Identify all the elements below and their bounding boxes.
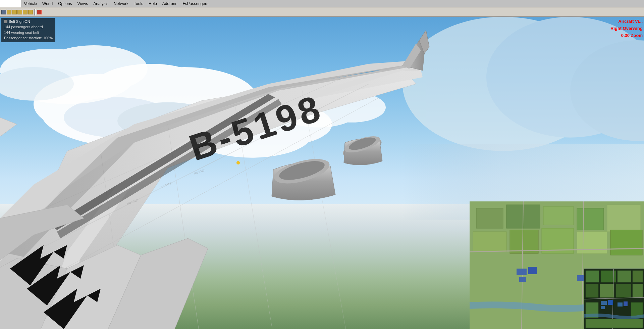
svg-rect-71 (624, 301, 628, 306)
toolbar-btn-4[interactable] (17, 10, 22, 14)
toolbar-btn-6[interactable] (28, 10, 33, 14)
menu-analysis[interactable]: Analysis (91, 0, 111, 7)
toolbar-close-btn[interactable] (37, 10, 42, 14)
svg-rect-68 (608, 300, 613, 305)
minimap (584, 269, 644, 329)
svg-rect-60 (633, 271, 643, 282)
svg-text:NO STEP: NO STEP (194, 168, 206, 175)
svg-rect-57 (586, 271, 599, 282)
svg-rect-62 (600, 284, 614, 297)
menu-vehicle[interactable]: Vehicle (21, 0, 40, 7)
menu-tools[interactable]: Tools (131, 0, 146, 7)
menu-help[interactable]: Help (146, 0, 160, 7)
camera-label: Right Overwing (610, 25, 643, 32)
menu-options[interactable]: Options (55, 0, 74, 7)
svg-rect-61 (586, 284, 598, 297)
svg-rect-69 (601, 306, 605, 309)
toolbar-btn-2[interactable] (7, 10, 11, 14)
menubar: Scenario Vehicle World Options Views Ana… (0, 0, 644, 7)
svg-point-52 (236, 161, 240, 164)
top-right-overlay: Aircraft Vi... Right Overwing 0.30 Zoom (610, 18, 643, 39)
menu-world[interactable]: World (40, 0, 55, 7)
menu-addons[interactable]: Add-ons (160, 0, 180, 7)
svg-rect-63 (616, 284, 631, 297)
svg-rect-59 (618, 271, 631, 282)
aircraft-view-label: Aircraft Vi... (610, 18, 643, 25)
viewport: B-5198 (0, 17, 644, 329)
svg-rect-70 (618, 302, 623, 307)
menu-network[interactable]: Network (111, 0, 131, 7)
svg-text:NO STEP: NO STEP (160, 182, 172, 188)
menu-scenario[interactable]: Scenario (0, 0, 21, 7)
toolbar-btn-1[interactable] (1, 10, 6, 14)
svg-rect-64 (633, 284, 643, 297)
wing-svg: B-5198 (0, 17, 644, 329)
belt-indicator (4, 20, 7, 23)
seatbelt-line: 144 wearing seat belt (4, 30, 53, 36)
panel-header: Belt Sign ON (4, 19, 53, 23)
info-panel: Belt Sign ON 144 passengers aboard 144 w… (1, 18, 55, 42)
minimap-svg (584, 269, 644, 329)
toolbar-btn-3[interactable] (12, 10, 17, 14)
toolbar-sep (34, 9, 36, 15)
svg-rect-74 (586, 319, 643, 328)
svg-rect-67 (601, 301, 607, 305)
zoom-label: 0.30 Zoom (610, 32, 643, 39)
passengers-line: 144 passengers aboard (4, 24, 53, 30)
toolbar-btn-5[interactable] (23, 10, 28, 14)
menu-views[interactable]: Views (75, 0, 91, 7)
satisfaction-line: Passenger satisfaction: 100% (4, 35, 53, 41)
belt-sign-label: Belt Sign ON (9, 19, 30, 23)
toolbar (0, 7, 644, 17)
menu-fspassengers[interactable]: FsPassengers (180, 0, 211, 7)
